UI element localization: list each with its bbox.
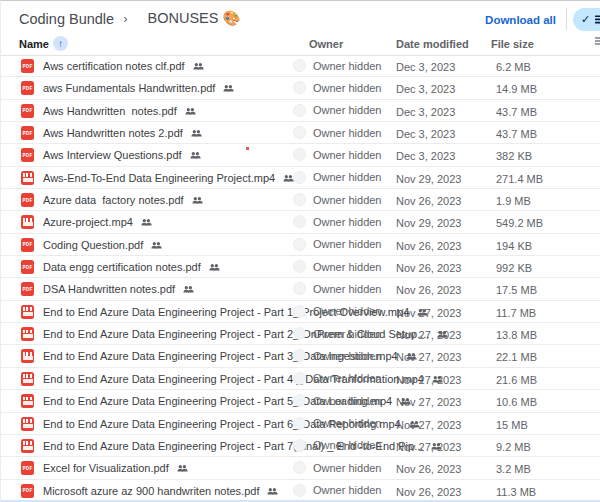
video-file-icon [21,394,34,408]
video-file-icon [21,439,34,453]
breadcrumb-current-folder: BONUSES 🎨 [147,10,240,27]
owner-avatar [293,238,306,251]
pdf-file-icon: PDF [21,238,34,252]
file-name: Aws certification notes clf.pdf [43,60,185,72]
check-icon: ✓ [581,14,590,25]
owner-avatar [293,59,306,72]
file-row[interactable]: End to End Azure Data Engineering Projec… [1,435,600,457]
file-row[interactable]: End to End Azure Data Engineering Projec… [1,413,600,435]
owner-label: Owner hidden [313,462,382,474]
file-name: DSA Handwritten notes.pdf [43,283,175,295]
file-size-value: 382 KB [496,150,532,162]
sort-ascending-icon[interactable]: ↑ [53,36,68,51]
shared-people-icon [141,218,152,227]
owner-avatar [293,461,306,474]
file-row[interactable]: PDF Microsoft azure az 900 handwriten no… [1,480,600,502]
table-header-row: Name ↑ Owner Date modified File size [1,34,600,56]
column-header-name[interactable]: Name [19,38,49,50]
owner-label: Owner hidden [313,328,382,340]
list-view-icon [595,15,600,24]
file-row[interactable]: PDF Excel for Visualization.pdf Owner hi… [1,457,600,479]
file-name: Aws Handwritten notes 2.pdf [43,127,183,139]
owner-label: Owner hidden [313,238,382,250]
column-header-date-modified[interactable]: Date modified [396,38,469,50]
date-modified-value: Dec 3, 2023 [396,106,455,118]
drive-file-list-view: Coding Bundle › BONUSES 🎨 Download all ✓… [0,0,600,502]
file-row[interactable]: PDF Aws Interview Questions.pdf Owner hi… [1,144,600,166]
owner-label: Owner hidden [313,439,382,451]
file-row[interactable]: End to End Azure Data Engineering Projec… [1,301,600,323]
owner-avatar [293,439,306,452]
shared-people-icon [209,263,220,272]
file-row[interactable]: Azure-project.mp4 Owner hidden Nov 29, 2… [1,211,600,233]
breadcrumb: Coding Bundle › BONUSES 🎨 [19,10,241,27]
file-row[interactable]: Aws-End-To-End Data Engineering Project.… [1,167,600,189]
owner-label: Owner hidden [313,149,382,161]
file-size-value: 11.7 MB [496,307,536,319]
date-modified-value: Nov 26, 2023 [396,195,461,207]
file-name: Aws Handwritten notes.pdf [43,105,177,117]
video-file-icon [21,417,34,431]
file-row[interactable]: End to End Azure Data Engineering Projec… [1,323,600,345]
date-modified-value: Dec 3, 2023 [396,150,455,162]
date-modified-value: Nov 26, 2023 [396,486,461,498]
owner-label: Owner hidden [313,194,382,206]
file-row[interactable]: PDF Aws Handwritten notes.pdf Owner hidd… [1,100,600,122]
file-size-value: 3.2 MB [496,463,531,475]
file-row[interactable]: PDF DSA Handwritten notes.pdf Owner hidd… [1,278,600,300]
date-modified-value: Nov 27, 2023 [396,419,461,431]
owner-label: Owner hidden [313,283,382,295]
owner-avatar [293,193,306,206]
header-bar: Coding Bundle › BONUSES 🎨 Download all ✓ [1,1,600,34]
file-size-value: 992 KB [496,262,532,274]
pdf-file-icon: PDF [21,59,34,73]
owner-label: Owner hidden [313,104,382,116]
pdf-file-icon: PDF [21,193,34,207]
owner-avatar [293,148,306,161]
shared-people-icon [223,84,234,93]
date-modified-value: Dec 3, 2023 [396,83,455,95]
owner-label: Owner hidden [313,395,382,407]
owner-label: Owner hidden [313,261,382,273]
date-modified-value: Nov 26, 2023 [396,262,461,274]
shared-people-icon [191,129,202,138]
video-file-icon [21,372,34,386]
file-row[interactable]: PDF Data engg certification notes.pdf Ow… [1,256,600,278]
shared-people-icon [185,107,196,116]
owner-avatar [293,305,306,318]
breadcrumb-chevron-icon: › [123,11,127,26]
owner-label: Owner hidden [313,372,382,384]
cursor-artifact-dot [246,147,249,150]
owner-avatar [293,260,306,273]
download-all-button[interactable]: Download all [485,14,556,26]
file-row[interactable]: End to End Azure Data Engineering Projec… [1,368,600,390]
file-row[interactable]: End to End Azure Data Engineering Projec… [1,345,600,367]
file-row[interactable]: PDF Aws certification notes clf.pdf Owne… [1,55,600,77]
file-rows: PDF Aws certification notes clf.pdf Owne… [1,55,600,502]
file-row[interactable]: PDF Azure data factory notes.pdf Owner h… [1,189,600,211]
date-modified-value: Nov 27, 2023 [396,396,461,408]
pdf-file-icon: PDF [21,461,34,475]
file-size-value: 43.7 MB [496,128,537,140]
file-name: Aws Interview Questions.pdf [43,149,182,161]
file-row[interactable]: PDF aws Fundamentals Handwritten.pdf Own… [1,77,600,99]
pdf-file-icon: PDF [21,148,34,162]
owner-avatar [293,282,306,295]
file-name: Microsoft azure az 900 handwriten notes.… [43,485,259,497]
breadcrumb-parent-folder[interactable]: Coding Bundle [19,11,114,27]
owner-label: Owner hidden [313,484,382,496]
file-name: Excel for Visualization.pdf [43,462,169,474]
file-row[interactable]: End to End Azure Data Engineering Projec… [1,390,600,412]
column-header-owner[interactable]: Owner [309,38,343,50]
date-modified-value: Dec 3, 2023 [396,61,455,73]
file-row[interactable]: PDF Coding Question.pdf Owner hidden Nov… [1,234,600,256]
file-name: aws Fundamentals Handwritten.pdf [43,82,215,94]
file-name: Azure data factory notes.pdf [43,194,184,206]
date-modified-value: Nov 26, 2023 [396,463,461,475]
list-view-toggle-button[interactable]: ✓ [573,8,600,31]
owner-avatar [293,171,306,184]
file-row[interactable]: PDF Aws Handwritten notes 2.pdf Owner hi… [1,122,600,144]
video-file-icon [21,215,34,229]
owner-label: Owner hidden [313,127,382,139]
column-header-file-size[interactable]: File size [491,38,534,50]
